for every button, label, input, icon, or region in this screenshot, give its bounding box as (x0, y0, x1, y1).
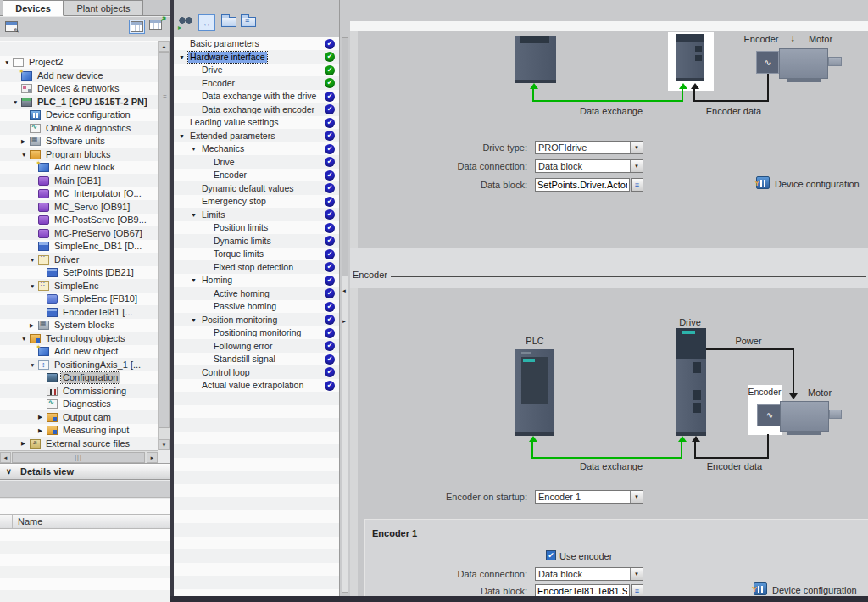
scroll-left-icon[interactable]: ◄ (0, 452, 11, 463)
caret-icon[interactable]: ▼ (20, 152, 30, 158)
caret-icon[interactable]: ▼ (12, 99, 21, 105)
device-configuration-link[interactable]: Device configuration (772, 585, 857, 595)
project-tree-item[interactable]: ▶ Software units (0, 135, 158, 148)
use-encoder-checkbox[interactable]: ✔ (546, 550, 556, 560)
caret-icon[interactable]: ▼ (20, 336, 30, 342)
caret-icon[interactable]: ▶ (37, 427, 47, 434)
project-tree-item[interactable]: SetPoints [DB21] (0, 266, 158, 280)
caret-icon[interactable]: ▶ (29, 322, 38, 329)
project-tree-item[interactable]: MC-PostServo [OB9... (0, 214, 158, 227)
project-tree-item[interactable]: Diagnostics (0, 398, 158, 411)
device-configuration-icon[interactable] (756, 176, 770, 189)
config-nav-item[interactable]: Control loop ✔ (174, 366, 339, 380)
project-tree-item[interactable]: SimpleEnc_DB1 [D... (0, 240, 158, 254)
config-nav-item[interactable]: Torque limits ✔ (174, 248, 339, 261)
caret-icon[interactable]: ▶ (20, 138, 30, 145)
scroll-right-icon[interactable]: ► (147, 452, 158, 463)
config-nav-item[interactable]: Leading value settings ✔ (174, 116, 339, 130)
config-nav-item[interactable]: Fixed stop detection ✔ (174, 261, 339, 275)
project-tree-item[interactable]: Online & diagnostics (0, 122, 158, 136)
config-nav-item[interactable]: Basic parameters ✔ (174, 37, 339, 51)
config-nav-item[interactable]: Positioning monitoring ✔ (174, 326, 339, 340)
config-nav-item[interactable]: Encoder ✔ (174, 77, 339, 91)
caret-icon[interactable]: ▼ (189, 212, 200, 218)
caret-icon[interactable]: ▼ (3, 59, 13, 65)
collapse-all-icon[interactable] (241, 17, 256, 27)
caret-icon[interactable]: ▼ (177, 133, 188, 139)
project-tree-item[interactable]: Commissioning (0, 385, 158, 399)
config-nav-item[interactable]: Dynamic default values ✔ (174, 182, 339, 196)
device-configuration-link[interactable]: Device configuration (775, 179, 860, 189)
details-view-header[interactable]: ∨ Details view (0, 463, 170, 480)
project-tree-item[interactable]: Add new device (0, 70, 158, 83)
project-tree-item[interactable]: ▶ Measuring input (0, 424, 158, 438)
config-nav-item[interactable]: Data exchange with the drive ✔ (174, 90, 339, 103)
project-tree-item[interactable]: MC-PreServo [OB67] (0, 227, 158, 241)
data-connection-select[interactable]: Data block ▼ (535, 159, 643, 173)
project-tree-item[interactable]: Configuration (0, 371, 158, 385)
expand-all-icon[interactable] (221, 17, 236, 27)
config-nav-item[interactable]: Standstill signal ✔ (174, 353, 339, 366)
scrollbar-thumb[interactable]: ||| (12, 452, 145, 463)
caret-icon[interactable]: ▼ (189, 146, 200, 152)
encoder-on-startup-select[interactable]: Encoder 1 ▼ (535, 490, 643, 504)
project-tree-item[interactable]: ▼ PositioningAxis_1 [... (0, 359, 158, 372)
project-tree-item[interactable]: EncoderTel81 [... (0, 306, 158, 320)
drive-type-select[interactable]: PROFIdrive ▼ (535, 141, 643, 154)
config-nav-item[interactable]: Emergency stop ✔ (174, 195, 339, 209)
config-nav-item[interactable]: Passive homing ✔ (174, 300, 339, 314)
caret-icon[interactable]: ▼ (29, 257, 38, 263)
sync-icon[interactable] (149, 20, 164, 32)
project-tree-item[interactable]: ▼ Technology objects (0, 332, 158, 346)
project-tree-item[interactable]: ▼ SimpleEnc (0, 280, 158, 293)
config-nav-item[interactable]: Dynamic limits ✔ (174, 235, 339, 248)
grid-view-icon[interactable] (129, 20, 145, 34)
caret-icon[interactable]: ▼ (177, 54, 188, 60)
scrollbar-thumb[interactable]: ≡ (159, 52, 170, 428)
project-tree-item[interactable]: Device configuration (0, 109, 158, 122)
project-tree-horizontal-scrollbar[interactable]: ◄ ||| ► (0, 450, 158, 463)
tab-devices[interactable]: Devices (3, 0, 64, 16)
project-tree-item[interactable]: ▼ Driver (0, 254, 158, 267)
config-nav-item[interactable]: Actual value extrapolation ✔ (174, 379, 339, 393)
caret-icon[interactable]: ▶ (37, 414, 47, 421)
config-nav-item[interactable]: Drive ✔ (174, 64, 339, 77)
config-nav-item[interactable]: ▼ Extended parameters ✔ (174, 130, 339, 143)
data-block-input[interactable] (535, 178, 630, 192)
project-tree-item[interactable]: ▶ External source files (0, 438, 158, 451)
splitter-collapse-right-icon[interactable]: ► (342, 319, 347, 324)
project-tree-item[interactable]: MC_Servo [OB91] (0, 201, 158, 215)
tab-plant-objects[interactable]: Plant objects (64, 0, 143, 16)
encoder-data-connection-select[interactable]: Data block ▼ (535, 567, 643, 581)
caret-icon[interactable]: ▼ (189, 317, 200, 323)
config-nav-item[interactable]: ▼ Homing ✔ (174, 274, 339, 287)
device-configuration-icon[interactable] (754, 582, 767, 595)
project-tree-item[interactable]: Devices & networks (0, 82, 158, 96)
project-tree-item[interactable]: Add new object (0, 345, 158, 359)
caret-icon[interactable]: ▼ (29, 283, 38, 289)
config-nav-item[interactable]: Active homing ✔ (174, 287, 339, 301)
config-nav-item[interactable]: ▼ Limits ✔ (174, 209, 339, 222)
config-nav-item[interactable]: ▼ Mechanics ✔ (174, 142, 339, 156)
browse-button[interactable]: ≡ (631, 178, 643, 192)
dropdown-arrow-icon[interactable]: ▼ (630, 142, 643, 153)
fit-width-icon[interactable]: ↔ (198, 14, 215, 31)
caret-icon[interactable]: ▼ (189, 277, 200, 283)
config-nav-item[interactable]: Encoder ✔ (174, 169, 339, 182)
project-tree-vertical-scrollbar[interactable]: ▲ ≡ ▼ (158, 41, 170, 450)
scrollbar-thumb[interactable] (342, 37, 348, 276)
config-nav-item[interactable]: ▼ Position monitoring ✔ (174, 314, 339, 327)
dropdown-arrow-icon[interactable]: ▼ (630, 491, 643, 503)
project-tree-item[interactable]: Add new block (0, 161, 158, 175)
config-nav-scrollbar[interactable]: ◄ ► (339, 0, 350, 596)
scroll-down-icon[interactable]: ▼ (159, 439, 170, 450)
details-view-name-column[interactable]: Name (13, 515, 125, 528)
caret-icon[interactable]: ▶ (20, 440, 30, 447)
parameter-view-icon[interactable] (178, 16, 193, 28)
edit-columns-icon[interactable] (5, 21, 18, 32)
project-tree-item[interactable]: ▼ PLC_1 [CPU 1515T-2 PN] (0, 96, 158, 109)
config-nav-item[interactable]: Drive ✔ (174, 156, 339, 170)
splitter-collapse-left-icon[interactable]: ◄ (342, 288, 347, 293)
config-nav-item[interactable]: Position limits ✔ (174, 221, 339, 235)
caret-icon[interactable]: ▼ (29, 362, 38, 368)
